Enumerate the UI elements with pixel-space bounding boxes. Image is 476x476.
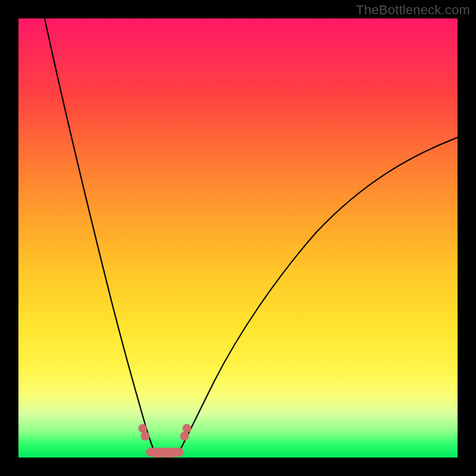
svg-point-0	[139, 424, 147, 433]
chart-curves-svg	[18, 18, 458, 458]
svg-point-8	[180, 432, 189, 440]
curve-right-branch	[178, 137, 458, 454]
chart-plot-area	[18, 18, 458, 458]
svg-point-7	[175, 448, 183, 456]
watermark-text: TheBottleneck.com	[356, 2, 470, 18]
svg-point-1	[141, 432, 149, 440]
bottom-bump-markers	[139, 424, 191, 458]
curve-left-branch	[45, 18, 155, 454]
chart-outer-frame: TheBottleneck.com	[0, 0, 476, 476]
svg-point-9	[183, 424, 191, 433]
